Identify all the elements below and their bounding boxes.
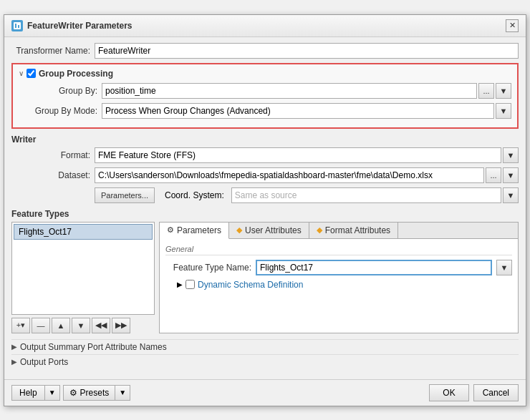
move-down-button[interactable]: ▼	[72, 318, 90, 333]
tab-user-attributes-label: User Attributes	[245, 225, 302, 235]
move-top-button[interactable]: ◀◀	[92, 318, 110, 333]
presets-button-group: ⚙ Presets ▼	[63, 385, 131, 401]
main-dialog: FeatureWriter Parameters ✕ Transformer N…	[4, 14, 526, 406]
group-by-ellipsis-button[interactable]: ...	[478, 83, 494, 99]
group-by-dropdown-button[interactable]: ▼	[496, 83, 511, 99]
group-processing-checkbox[interactable]	[26, 69, 36, 78]
presets-icon: ⚙	[69, 388, 77, 398]
presets-label: Presets	[80, 388, 110, 398]
svg-rect-2	[18, 25, 19, 28]
feature-type-name-label: Feature Type Name:	[165, 263, 251, 273]
tab-parameters[interactable]: ⚙ Parameters	[160, 223, 229, 239]
group-by-label: Group By:	[19, 86, 97, 96]
tab-user-attributes[interactable]: ◆ User Attributes	[229, 223, 309, 238]
dataset-ellipsis-button[interactable]: ...	[486, 167, 501, 183]
remove-button[interactable]: —	[32, 318, 50, 333]
format-select[interactable]: FME Feature Store (FFS)	[95, 147, 501, 163]
cancel-button[interactable]: Cancel	[473, 384, 519, 401]
feature-types-list[interactable]: Flights_Oct17	[11, 222, 155, 315]
feature-type-name-input[interactable]	[256, 260, 492, 275]
list-item[interactable]: Flights_Oct17	[14, 224, 153, 240]
help-button-group: Help ▼	[11, 385, 60, 401]
general-label: General	[165, 245, 512, 255]
feature-type-name-dropdown-button[interactable]: ▼	[496, 260, 512, 275]
dataset-row: Dataset: ... ▼	[11, 167, 519, 183]
coord-system-wrapper: Same as source ▼	[231, 187, 519, 203]
parameters-button[interactable]: Parameters...	[95, 187, 155, 203]
help-button[interactable]: Help	[12, 386, 45, 400]
tabs-header: ⚙ Parameters ◆ User Attributes ◆ Format …	[160, 223, 518, 239]
output-summary-label: Output Summary Port Attribute Names	[20, 342, 167, 352]
format-attributes-tab-icon: ◆	[317, 225, 322, 235]
feature-types-label: Feature Types	[11, 209, 519, 219]
presets-button[interactable]: ⚙ Presets	[64, 386, 116, 400]
coord-system-dropdown-button[interactable]: ▼	[503, 187, 519, 203]
output-ports-section[interactable]: ▶ Output Ports	[11, 354, 519, 369]
feature-type-name-row: Feature Type Name: ▼	[165, 260, 512, 275]
presets-dropdown-button[interactable]: ▼	[115, 386, 130, 399]
footer-right: OK Cancel	[429, 384, 519, 401]
output-summary-section[interactable]: ▶ Output Summary Port Attribute Names	[11, 339, 519, 354]
group-by-mode-wrapper: Process When Group Changes (Advanced) ▼	[102, 103, 511, 119]
group-by-input-wrapper: ... ▼	[102, 83, 511, 99]
format-label: Format:	[11, 150, 90, 160]
format-dropdown-button[interactable]: ▼	[503, 147, 519, 163]
params-coord-row: Parameters... Coord. System: Same as sou…	[11, 187, 519, 203]
output-summary-chevron: ▶	[11, 343, 17, 351]
coord-system-label: Coord. System:	[165, 190, 224, 200]
title-bar-left: FeatureWriter Parameters	[11, 20, 132, 31]
group-by-mode-dropdown-button[interactable]: ▼	[496, 103, 511, 119]
group-by-row: Group By: ... ▼	[19, 83, 511, 99]
feature-types-section: Feature Types Flights_Oct17 +▾ — ▲ ▼ ◀◀ …	[11, 209, 519, 333]
dataset-dropdown-button[interactable]: ▼	[503, 167, 519, 183]
tabs-panel: ⚙ Parameters ◆ User Attributes ◆ Format …	[159, 222, 519, 333]
bottom-sections: ▶ Output Summary Port Attribute Names ▶ …	[11, 339, 519, 369]
dialog-body: Transformer Name: ∨ Group Processing Gro…	[4, 37, 526, 379]
dialog-footer: Help ▼ ⚙ Presets ▼ OK Cancel	[4, 379, 526, 406]
feature-types-toolbar: +▾ — ▲ ▼ ◀◀ ▶▶	[11, 318, 155, 333]
dynamic-schema-checkbox[interactable]	[186, 280, 195, 289]
help-dropdown-button[interactable]: ▼	[45, 386, 59, 399]
user-attributes-tab-icon: ◆	[236, 225, 242, 235]
svg-rect-0	[14, 22, 21, 29]
move-bottom-button[interactable]: ▶▶	[112, 318, 130, 333]
close-button[interactable]: ✕	[506, 19, 519, 32]
title-bar: FeatureWriter Parameters ✕	[4, 15, 526, 37]
output-ports-label: Output Ports	[20, 357, 68, 367]
dynamic-schema-chevron[interactable]: ▶	[177, 280, 183, 288]
footer-left: Help ▼ ⚙ Presets ▼	[11, 385, 130, 401]
group-by-mode-row: Group By Mode: Process When Group Change…	[19, 103, 511, 119]
ok-button[interactable]: OK	[429, 384, 468, 401]
transformer-name-input[interactable]	[95, 43, 519, 59]
format-wrapper: FME Feature Store (FFS) ▼	[95, 147, 519, 163]
dynamic-schema-row: ▶ Dynamic Schema Definition	[177, 280, 512, 290]
add-button[interactable]: +▾	[11, 318, 30, 333]
group-processing-chevron[interactable]: ∨	[19, 69, 24, 77]
group-processing-header: ∨ Group Processing	[19, 69, 511, 79]
tab-format-attributes[interactable]: ◆ Format Attributes	[309, 223, 398, 238]
writer-label: Writer	[11, 135, 519, 145]
tab-format-attributes-label: Format Attributes	[325, 225, 390, 235]
feature-types-list-panel: Flights_Oct17 +▾ — ▲ ▼ ◀◀ ▶▶	[11, 222, 155, 333]
group-processing-section: ∨ Group Processing Group By: ... ▼ Group…	[11, 63, 519, 129]
group-processing-title: Group Processing	[39, 69, 113, 79]
dialog-icon	[11, 20, 23, 31]
dynamic-schema-link[interactable]: Dynamic Schema Definition	[198, 280, 303, 290]
output-ports-chevron: ▶	[11, 358, 17, 366]
feature-types-container: Flights_Oct17 +▾ — ▲ ▼ ◀◀ ▶▶	[11, 222, 519, 333]
svg-rect-1	[15, 24, 16, 28]
coord-system-select[interactable]: Same as source	[231, 187, 501, 203]
parameters-tab-icon: ⚙	[167, 225, 174, 235]
writer-section: Writer Format: FME Feature Store (FFS) ▼…	[11, 135, 519, 203]
dataset-input[interactable]	[95, 167, 484, 183]
dialog-title: FeatureWriter Parameters	[27, 21, 132, 31]
dataset-input-wrapper: ... ▼	[95, 167, 519, 183]
transformer-name-row: Transformer Name:	[11, 43, 519, 59]
transformer-name-label: Transformer Name:	[11, 46, 90, 56]
group-by-mode-select[interactable]: Process When Group Changes (Advanced)	[102, 103, 494, 119]
group-by-mode-label: Group By Mode:	[19, 106, 97, 116]
tab-content-parameters: General Feature Type Name: ▼ ▶ Dynamic S…	[160, 239, 518, 318]
move-up-button[interactable]: ▲	[52, 318, 70, 333]
format-row: Format: FME Feature Store (FFS) ▼	[11, 147, 519, 163]
group-by-input[interactable]	[102, 83, 477, 99]
